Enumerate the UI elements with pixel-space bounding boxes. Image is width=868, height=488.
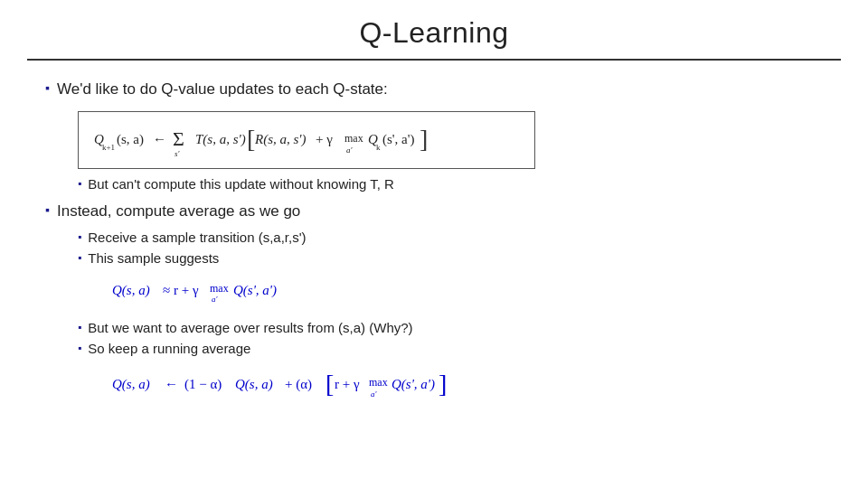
sub-bullet-sym-2-1: ▪ bbox=[78, 230, 81, 243]
slide-content: ▪ We'd like to do Q-value updates to eac… bbox=[0, 61, 868, 428]
sub-bullet-2-3: ▪ But we want to average over results fr… bbox=[78, 318, 823, 337]
sub-bullet-text-2-2: This sample suggests bbox=[88, 249, 219, 267]
sub-bullet-sym-1-1: ▪ bbox=[78, 177, 81, 190]
svg-text:≈ r + γ: ≈ r + γ bbox=[163, 283, 199, 297]
svg-text:Q(s, a): Q(s, a) bbox=[112, 283, 150, 298]
sub-bullet-2-2: ▪ This sample suggests bbox=[78, 249, 823, 267]
svg-text:max: max bbox=[369, 376, 388, 389]
svg-text:(s', a'): (s', a') bbox=[382, 132, 414, 147]
formula-1: Q k+1 (s, a) ← Σ s' T(s, a, s') [ R(s, a… bbox=[78, 111, 535, 169]
title-bar: Q-Learning bbox=[27, 0, 841, 61]
sub-bullet-sym-2-3: ▪ bbox=[78, 321, 81, 333]
svg-text:r + γ: r + γ bbox=[335, 377, 360, 391]
sub-bullet-text-2-3: But we want to average over results from… bbox=[88, 318, 412, 337]
sub-bullet-1-1: ▪ But can't compute this update without … bbox=[78, 174, 823, 193]
svg-text:Q(s', a'): Q(s', a') bbox=[233, 283, 277, 298]
sub-bullet-sym-2-4: ▪ bbox=[78, 342, 81, 354]
svg-text:s': s' bbox=[175, 149, 181, 158]
main-bullet-text-2: Instead, compute average as we go bbox=[57, 201, 300, 222]
svg-text:(s, a): (s, a) bbox=[117, 132, 144, 147]
main-bullet-text-1: We'd like to do Q-value updates to each … bbox=[57, 79, 388, 100]
sub-bullet-text-2-4: So keep a running average bbox=[88, 339, 250, 358]
sub-bullet-2-1: ▪ Receive a sample transition (s,a,r,s') bbox=[78, 228, 823, 247]
svg-text:R(s, a, s'): R(s, a, s') bbox=[254, 132, 307, 147]
formula-2-container: Q(s, a) ≈ r + γ max a' Q(s', a') bbox=[110, 271, 823, 313]
svg-text:+ (α): + (α) bbox=[285, 377, 312, 392]
svg-text:T(s, a, s'): T(s, a, s') bbox=[195, 132, 246, 147]
svg-text:[: [ bbox=[326, 370, 334, 398]
sub-bullet-text-2-1: Receive a sample transition (s,a,r,s') bbox=[88, 228, 306, 247]
formula-3-container: Q(s, a) ← (1 − α) Q(s, a) + (α) [ r + γ … bbox=[110, 361, 823, 412]
bullet-symbol-1: ▪ bbox=[45, 80, 50, 95]
section-1: ▪ We'd like to do Q-value updates to eac… bbox=[45, 79, 823, 193]
svg-text:Q(s, a): Q(s, a) bbox=[112, 377, 150, 392]
svg-text:Q(s', a'): Q(s', a') bbox=[392, 377, 435, 392]
main-bullet-1: ▪ We'd like to do Q-value updates to eac… bbox=[45, 79, 823, 100]
svg-text:a': a' bbox=[346, 145, 354, 155]
sub-bullet-text-1-1: But can't compute this update without kn… bbox=[88, 174, 394, 193]
section-2: ▪ Instead, compute average as we go ▪ Re… bbox=[45, 201, 823, 412]
sub-bullet-2-4: ▪ So keep a running average bbox=[78, 339, 823, 358]
svg-text:k: k bbox=[376, 143, 381, 152]
formula-2-svg: Q(s, a) ≈ r + γ max a' Q(s', a') bbox=[110, 271, 400, 309]
slide: Q-Learning ▪ We'd like to do Q-value upd… bbox=[0, 0, 868, 488]
svg-text:[: [ bbox=[247, 125, 255, 153]
sub-bullets-1: ▪ But can't compute this update without … bbox=[78, 174, 823, 193]
slide-title: Q-Learning bbox=[359, 16, 508, 49]
formula-1-svg: Q k+1 (s, a) ← Σ s' T(s, a, s') [ R(s, a… bbox=[90, 117, 524, 164]
svg-text:k+1: k+1 bbox=[102, 143, 115, 152]
bullet-symbol-2: ▪ bbox=[45, 202, 50, 217]
svg-text:Σ: Σ bbox=[173, 127, 184, 150]
svg-text:(1 − α): (1 − α) bbox=[184, 377, 222, 392]
svg-text:max: max bbox=[344, 132, 363, 145]
sub-bullets-2b: ▪ But we want to average over results fr… bbox=[78, 318, 823, 358]
svg-text:Q(s, a): Q(s, a) bbox=[235, 377, 273, 392]
main-bullet-2: ▪ Instead, compute average as we go bbox=[45, 201, 823, 222]
sub-bullets-2: ▪ Receive a sample transition (s,a,r,s')… bbox=[78, 228, 823, 267]
svg-text:]: ] bbox=[420, 125, 428, 153]
svg-text:a': a' bbox=[212, 295, 219, 304]
formula-3-svg: Q(s, a) ← (1 − α) Q(s, a) + (α) [ r + γ … bbox=[110, 361, 580, 408]
svg-text:a': a' bbox=[371, 389, 378, 399]
svg-text:]: ] bbox=[439, 370, 447, 398]
svg-text:←: ← bbox=[153, 132, 166, 146]
sub-bullet-sym-2-2: ▪ bbox=[78, 251, 81, 264]
svg-text:←: ← bbox=[165, 377, 178, 391]
svg-text:+ γ: + γ bbox=[316, 132, 333, 146]
svg-text:max: max bbox=[210, 282, 229, 295]
